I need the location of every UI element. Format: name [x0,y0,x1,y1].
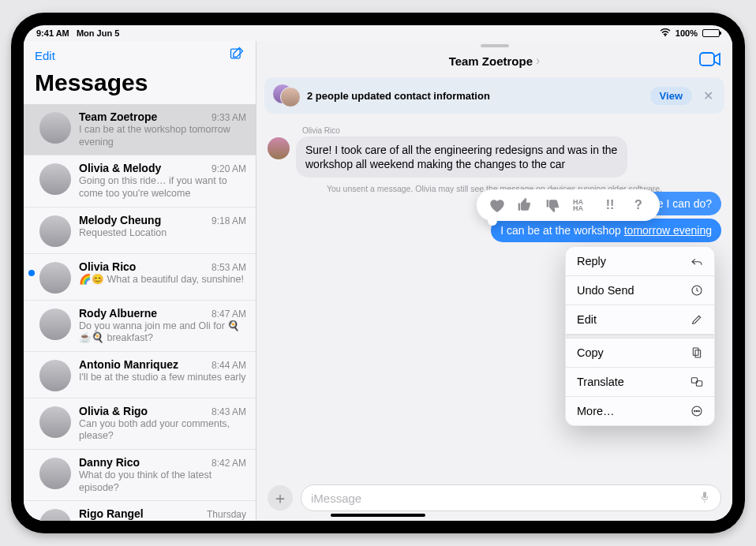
conversation-name: Rody Albuerne [79,307,157,320]
conversation-name: Olivia & Melody [79,162,161,174]
tapback-thumbs-up[interactable] [516,196,533,214]
tapback-question[interactable]: ? [630,196,647,214]
sender-name: Olivia Rico [302,126,627,135]
translate-icon [691,376,703,388]
conversation-time: 8:44 AM [211,360,246,371]
status-date: Mon Jun 5 [77,28,119,38]
conversation-preview: Can you both add your comments, please? [79,418,246,443]
facetime-button[interactable] [699,50,721,71]
conversation-preview: What do you think of the latest episode? [79,469,246,494]
compose-bar: ＋ iMessage [256,478,732,521]
pencil-icon [691,313,703,326]
conversation-preview: Going on this ride… if you want to come … [79,175,246,200]
compose-button[interactable] [229,46,245,65]
avatar [39,112,71,144]
conversation-row[interactable]: Danny Rico8:42 AMWhat do you think of th… [24,450,256,501]
chevron-right-icon: › [536,54,540,68]
message-thread[interactable]: Olivia Rico Sure! I took care of all the… [256,114,732,478]
conversation-name: Olivia & Rigo [79,405,148,417]
conversation-row[interactable]: Olivia Rico8:53 AM🌈😊 What a beautiful da… [24,254,256,301]
message-input[interactable]: iMessage [301,484,721,511]
conversation-preview: 🌈😊 What a beautiful day, sunshine! [79,274,246,286]
avatar [39,406,71,438]
tapback-picker: HA HA !! ? [477,189,660,221]
status-left: 9:41 AM Mon Jun 5 [36,28,119,38]
avatar [280,87,301,107]
conversation-pane: Team Zoetrope › 2 people updated contact… [256,41,732,521]
input-placeholder: iMessage [311,492,361,505]
conversation-name: Rigo Rangel [79,507,144,520]
conversation-row[interactable]: Melody Cheung9:18 AMRequested Location [24,208,256,254]
banner-view-button[interactable]: View [650,87,692,105]
banner-text: 2 people updated contact information [307,90,642,102]
conversation-name: Melody Cheung [79,214,161,226]
conversation-header[interactable]: Team Zoetrope › [256,47,732,74]
conversation-time: Thursday [207,509,246,520]
ipad-frame: 9:41 AM Mon Jun 5 100% Edit [11,13,745,533]
undo-icon [691,284,703,297]
avatar [39,262,71,294]
conversation-row[interactable]: Antonio Manriquez8:44 AMI'll be at the s… [24,352,256,398]
tapback-heart[interactable] [489,198,505,212]
svg-point-0 [664,35,666,36]
conversation-name: Olivia Rico [79,260,136,273]
avatar [39,309,71,340]
conversation-preview: I can be at the workshop tomorrow evenin… [79,124,246,148]
apps-button[interactable]: ＋ [268,485,293,510]
context-translate[interactable]: Translate [566,368,714,397]
unread-dot [28,270,35,276]
conversation-row[interactable]: Team Zoetrope9:33 AMI can be at the work… [24,104,256,155]
tapback-exclaim[interactable]: !! [601,196,619,214]
svg-rect-4 [693,348,698,355]
context-edit[interactable]: Edit [566,305,714,335]
dictation-button[interactable] [698,491,711,506]
banner-close-button[interactable]: ✕ [700,88,717,103]
svg-point-10 [696,410,697,411]
status-bar: 9:41 AM Mon Jun 5 100% [24,25,732,41]
context-copy[interactable]: Copy [566,338,714,368]
avatar [39,215,71,247]
conversation-row[interactable]: Olivia & Melody9:20 AMGoing on this ride… [24,155,256,207]
message-bubble-outgoing-selected[interactable]: I can be at the workshop tomorrow evenin… [491,219,721,242]
svg-point-11 [698,410,699,411]
conversation-time: 8:42 AM [211,458,246,469]
tapback-thumbs-down[interactable] [545,196,562,214]
conversation-preview: I'll be at the studio a few minutes earl… [79,372,246,384]
home-indicator[interactable] [331,514,425,517]
wifi-icon [660,28,671,38]
svg-rect-5 [695,350,701,357]
conversation-list[interactable]: Team Zoetrope9:33 AMI can be at the work… [24,104,256,521]
screen: 9:41 AM Mon Jun 5 100% Edit [24,25,732,521]
status-right: 100% [660,28,720,38]
conversation-time: 8:53 AM [211,262,246,273]
conversation-name: Antonio Manriquez [79,358,178,371]
conversation-row[interactable]: Rigo RangelThursdayAugust 31, 2018 – Aug… [24,501,256,521]
context-more[interactable]: More… [566,397,714,425]
tapback-haha[interactable]: HA HA [573,196,590,214]
svg-rect-2 [700,53,714,65]
conversation-name: Team Zoetrope [79,110,157,123]
message-bubble-incoming[interactable]: Sure! I took care of all the engineering… [296,136,627,178]
conversation-row[interactable]: Olivia & Rigo8:43 AMCan you both add you… [24,398,256,450]
conversation-row[interactable]: Rody Albuerne8:47 AMDo you wanna join me… [24,301,256,352]
contact-update-banner: 2 people updated contact information Vie… [264,77,724,114]
avatar [39,509,71,521]
more-icon [691,405,703,417]
reply-icon [691,255,703,267]
context-undo-send[interactable]: Undo Send [566,276,714,305]
conversation-time: 9:33 AM [211,112,246,123]
copy-icon [691,346,703,359]
battery-icon [702,29,720,37]
sidebar-title: Messages [24,66,256,104]
conversation-time: 8:43 AM [211,406,246,417]
message-context-menu: Reply Undo Send Edit C [565,246,715,426]
battery-pct: 100% [676,28,698,38]
conversation-time: 9:20 AM [211,163,246,174]
context-reply[interactable]: Reply [566,247,714,276]
conversation-preview: Do you wanna join me and Oli for 🍳☕🍳 bre… [79,320,246,345]
avatar [39,458,71,489]
avatar [39,163,71,195]
svg-point-9 [694,410,695,411]
conversation-preview: Requested Location [79,227,246,240]
edit-button[interactable]: Edit [35,49,55,62]
